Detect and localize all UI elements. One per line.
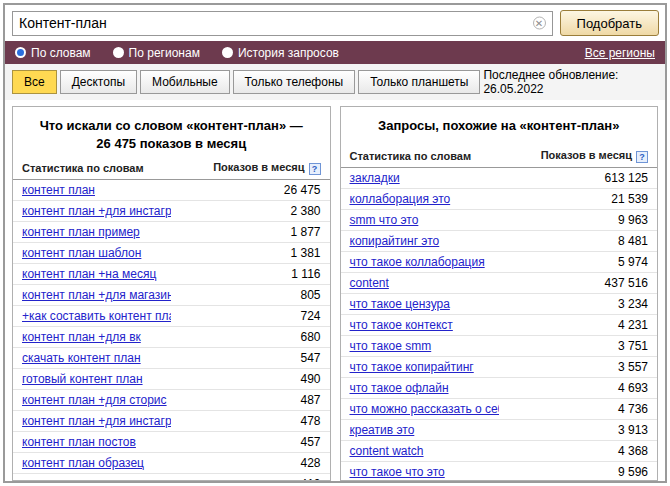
device-tab-tablets[interactable]: Только планшеты [358,70,480,94]
table-row: что такое что это 9 596 [341,462,658,482]
table-header-row: Статистика по словам Показов в месяц? [341,147,658,168]
table-row: контент план +для магазина 805 [13,285,330,306]
table-row: контент план образец 428 [13,453,330,474]
results-area: Что искали со словом «контент-план» — 26… [5,106,665,481]
search-bar: ✕ Подобрать [5,5,665,41]
device-tabs-bar: Все Десктопы Мобильные Только телефоны Т… [5,64,665,100]
impressions-value: 613 125 [499,168,657,189]
keyword-stats-panel: Что искали со словом «контент-план» — 26… [12,106,331,481]
last-update-label: Последнее обновление: 26.05.2022 [483,68,658,96]
impressions-value: 4 231 [499,315,657,336]
keyword-link[interactable]: контент план +для инстаграм [22,204,171,218]
all-regions-link[interactable]: Все регионы [585,46,655,60]
table-row: smm что это 9 963 [341,210,658,231]
keyword-link[interactable]: контент план шаблон [22,246,141,260]
impressions-value: 457 [171,432,329,453]
impressions-value: 1 381 [171,243,329,264]
table-header-row: Статистика по словам Показов в месяц? [13,159,330,180]
radio-label: По словам [31,46,91,60]
table-row: что такое цензура 3 234 [341,294,658,315]
impressions-value: 805 [171,285,329,306]
table-row: контент план +для инстаграмма 478 [13,411,330,432]
keyword-link[interactable]: закладки [350,171,400,185]
radio-by-regions[interactable]: По регионам [113,46,200,60]
keyword-link[interactable]: что можно рассказать о себе [350,402,499,416]
table-row: контент план +для инстаграм 2 380 [13,201,330,222]
wordstat-window: ✕ Подобрать По словам По регионам Истори… [3,3,667,483]
column-header-words: Статистика по словам [341,147,499,168]
table-row: +как составить контент план 724 [13,306,330,327]
impressions-value: 3 557 [499,357,657,378]
radio-icon [113,47,124,58]
keyword-link[interactable]: креатив это [350,423,415,437]
keyword-link[interactable]: контент план постов [22,435,136,449]
keywords-table-body: контент план 26 475 контент план +для ин… [13,180,330,481]
table-row: контент план +для вк 680 [13,327,330,348]
keyword-link[interactable]: что такое цензура [350,297,450,311]
table-row: скачать контент план 547 [13,348,330,369]
impressions-value: 547 [171,348,329,369]
table-row: что такое копирайтинг 3 557 [341,357,658,378]
impressions-value: 3 751 [499,336,657,357]
keyword-link[interactable]: контент план образец [22,456,144,470]
table-row: контент план +для сторис 487 [13,390,330,411]
select-button[interactable]: Подобрать [560,10,659,36]
impressions-value: 410 [171,474,329,481]
keyword-link[interactable]: контент план +для сторис [22,393,167,407]
keyword-link[interactable]: контент план +для вк [22,330,141,344]
impressions-value: 490 [171,369,329,390]
table-row: контент план постов 457 [13,432,330,453]
table-row: контент план салона 410 [13,474,330,481]
table-row: что можно рассказать о себе 4 736 [341,399,658,420]
device-tab-mobile[interactable]: Мобильные [140,70,230,94]
clear-icon[interactable]: ✕ [533,17,546,30]
help-icon[interactable]: ? [309,163,321,175]
device-tab-all[interactable]: Все [12,70,57,94]
keyword-link[interactable]: готовый контент план [22,372,143,386]
impressions-value: 4 736 [499,399,657,420]
radio-query-history[interactable]: История запросов [222,46,339,60]
keyword-link[interactable]: копирайтинг это [350,234,440,248]
impressions-value: 26 475 [171,180,329,201]
keyword-link[interactable]: что такое что это [350,465,445,479]
keyword-link[interactable]: что такое smm [350,339,432,353]
keyword-link[interactable]: контент план пример [22,225,140,239]
impressions-value: 1 116 [171,264,329,285]
table-row: content watch 4 368 [341,441,658,462]
column-header-impressions: Показов в месяц? [171,159,329,180]
mode-toolbar: По словам По регионам История запросов В… [5,41,665,64]
keyword-link[interactable]: что такое офлайн [350,381,449,395]
keyword-link[interactable]: +как составить контент план [22,309,171,323]
panel-title: Запросы, похожие на «контент-план» [341,107,658,147]
keyword-link[interactable]: smm что это [350,213,419,227]
impressions-value: 487 [171,390,329,411]
keyword-link[interactable]: что такое коллаборация [350,255,485,269]
keyword-link[interactable]: контент план +для магазина [22,288,171,302]
help-icon[interactable]: ? [636,151,648,163]
device-tab-phones[interactable]: Только телефоны [233,70,356,94]
keyword-link[interactable]: контент план +на месяц [22,267,156,281]
related-table-body: закладки 613 125 коллаборация это 21 539… [341,168,658,482]
keywords-table: Статистика по словам Показов в месяц? ко… [13,159,330,481]
radio-by-words[interactable]: По словам [15,46,91,60]
keyword-link[interactable]: контент план +для инстаграмма [22,414,171,428]
impressions-value: 9 963 [499,210,657,231]
column-header-label: Показов в месяц [213,161,304,173]
keyword-link[interactable]: content watch [350,444,424,458]
table-row: что такое smm 3 751 [341,336,658,357]
table-row: коллаборация это 21 539 [341,189,658,210]
keyword-link[interactable]: content [350,276,389,290]
keyword-link[interactable]: коллаборация это [350,192,451,206]
impressions-value: 3 913 [499,420,657,441]
keyword-link[interactable]: что такое копирайтинг [350,360,474,374]
radio-icon [222,47,233,58]
search-input[interactable] [12,11,553,36]
related-table: Статистика по словам Показов в месяц? за… [341,147,658,481]
keyword-link[interactable]: контент план [22,183,95,197]
impressions-value: 8 481 [499,231,657,252]
keyword-link[interactable]: скачать контент план [22,351,141,365]
impressions-value: 1 877 [171,222,329,243]
keyword-link[interactable]: что такое контекст [350,318,453,332]
device-tab-desktops[interactable]: Десктопы [60,70,137,94]
keyword-link[interactable]: контент план салона [22,477,138,481]
